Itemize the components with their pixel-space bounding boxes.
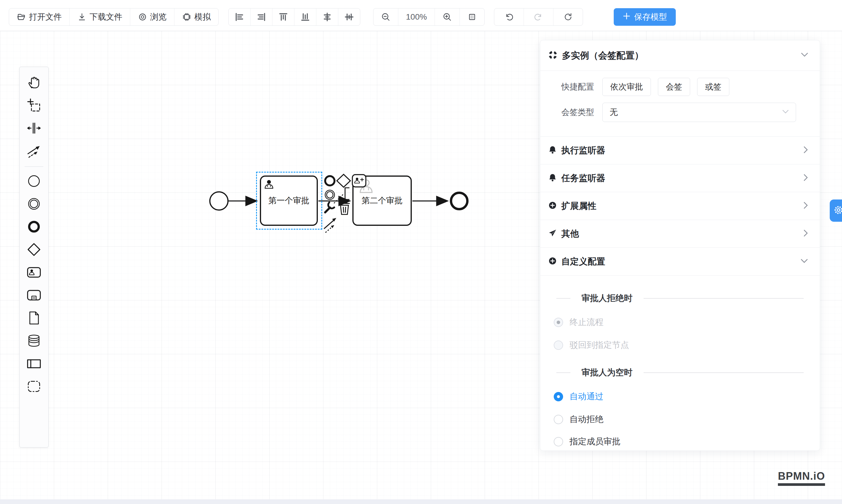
empty-group-title: 审批人为空时: [556, 367, 804, 379]
radio-auto-reject[interactable]: 自动拒绝: [554, 413, 820, 426]
redo-button[interactable]: [524, 8, 554, 25]
append-text-annotation-button[interactable]: [334, 188, 349, 203]
bpmn-modeler-app: 打开文件 下载文件 浏览 模拟: [0, 0, 842, 504]
plus-circle-icon: [548, 256, 557, 267]
create-participant[interactable]: [23, 353, 45, 376]
group-icon: [27, 379, 41, 395]
chevron-down-icon: [801, 258, 808, 265]
append-gateway-button[interactable]: [337, 174, 350, 187]
bpmn-io-logo[interactable]: BPMN.iO: [778, 470, 825, 486]
download-file-label: 下载文件: [90, 12, 122, 22]
create-end-event[interactable]: [23, 216, 45, 239]
start-event[interactable]: [210, 192, 228, 210]
chip-icon: [182, 12, 191, 22]
panel-title: 多实例（会签配置）: [562, 50, 797, 62]
end-event[interactable]: [451, 193, 468, 209]
zoom-out-button[interactable]: [373, 8, 398, 25]
section-custom-config[interactable]: 自定义配置: [540, 248, 820, 275]
quick-config-sequential-button[interactable]: 依次审批: [602, 78, 651, 96]
radio-designated-member[interactable]: 指定成员审批: [554, 435, 820, 448]
append-intermediate-event-button[interactable]: [325, 190, 334, 199]
append-user-task-button[interactable]: [352, 175, 366, 187]
align-left-icon: [234, 12, 244, 22]
section-execution-listener[interactable]: 执行监听器: [540, 137, 820, 164]
context-pad: [321, 172, 371, 233]
radio-return-to-node[interactable]: 驳回到指定节点: [554, 339, 820, 352]
save-model-button[interactable]: 保存模型: [614, 8, 676, 26]
space-tool-icon: [27, 121, 41, 137]
zoom-in-button[interactable]: [435, 8, 460, 25]
align-right-button[interactable]: [250, 8, 273, 25]
download-icon: [77, 12, 87, 22]
panel-toggle-tab[interactable]: [830, 199, 842, 222]
multi-instance-section-header[interactable]: 多实例（会签配置）: [540, 40, 820, 71]
data-object-icon: [27, 310, 41, 327]
eye-icon: [138, 12, 147, 22]
bottom-strip: [0, 499, 842, 504]
create-data-store[interactable]: [23, 330, 45, 353]
radio-terminate-process[interactable]: 终止流程: [554, 316, 820, 329]
quick-config-countersign-button[interactable]: 会签: [658, 78, 690, 96]
logo-underline: [778, 483, 825, 486]
fit-viewport-icon: [468, 12, 477, 22]
hand-tool[interactable]: [23, 72, 45, 94]
simulate-label: 模拟: [194, 12, 211, 22]
connect-tool-button[interactable]: [324, 218, 336, 233]
reject-group-title: 审批人拒绝时: [556, 292, 804, 304]
connect-icon: [27, 143, 41, 160]
quick-config-orsign-button[interactable]: 或签: [697, 78, 729, 96]
zoom-toolbar-group: 100%: [373, 8, 485, 26]
quick-config-row: 快捷配置 依次审批 会签 或签: [540, 78, 820, 96]
sign-type-select[interactable]: 无: [602, 103, 796, 122]
create-gateway[interactable]: [23, 239, 45, 262]
create-intermediate-event[interactable]: [23, 193, 45, 216]
simulate-button[interactable]: 模拟: [174, 8, 218, 25]
preview-label: 浏览: [150, 12, 166, 22]
quick-config-label: 快捷配置: [540, 81, 602, 92]
lasso-tool[interactable]: [23, 94, 45, 117]
panel-sections: 执行监听器 任务监听器 扩展属性: [540, 136, 820, 275]
history-toolbar-group: [494, 8, 583, 26]
align-center-vertical-icon: [344, 12, 354, 22]
sign-type-label: 会签类型: [540, 107, 602, 118]
chevron-right-icon: [803, 146, 808, 155]
undo-button[interactable]: [494, 8, 524, 25]
section-task-listener[interactable]: 任务监听器: [540, 164, 820, 192]
global-connect-tool[interactable]: [23, 140, 45, 163]
create-data-object[interactable]: [23, 307, 45, 330]
hand-icon: [27, 75, 41, 91]
open-file-button[interactable]: 打开文件: [9, 8, 70, 25]
align-bottom-button[interactable]: [294, 8, 316, 25]
preview-button[interactable]: 浏览: [130, 8, 174, 25]
delete-trash-button[interactable]: [339, 202, 350, 215]
align-top-button[interactable]: [273, 8, 294, 25]
bpmn-palette: [19, 67, 49, 448]
align-right-icon: [257, 12, 266, 22]
align-center-vertical-button[interactable]: [338, 8, 360, 25]
zoom-level-display[interactable]: 100%: [398, 8, 435, 25]
intermediate-event-icon: [27, 196, 41, 213]
align-left-button[interactable]: [229, 8, 250, 25]
create-user-task[interactable]: [23, 262, 45, 284]
fit-viewport-button[interactable]: [460, 8, 484, 25]
download-file-button[interactable]: 下载文件: [70, 8, 130, 25]
radio-icon: [554, 415, 563, 424]
refresh-button[interactable]: [554, 8, 583, 25]
sign-type-value: 无: [610, 107, 782, 118]
radio-icon: [554, 437, 563, 446]
end-event-icon: [27, 219, 41, 235]
section-others[interactable]: 其他: [540, 220, 820, 248]
create-start-event[interactable]: [23, 170, 45, 193]
change-type-wrench-button[interactable]: [325, 202, 334, 212]
align-center-horizontal-button[interactable]: [316, 8, 338, 25]
create-subprocess[interactable]: [23, 284, 45, 307]
section-extended-properties[interactable]: 扩展属性: [540, 192, 820, 220]
plus-circle-icon: [548, 201, 557, 211]
send-icon: [548, 229, 557, 239]
space-tool[interactable]: [23, 117, 45, 140]
radio-auto-pass[interactable]: 自动通过: [554, 390, 820, 403]
append-end-event-button[interactable]: [325, 176, 334, 185]
gateway-icon: [27, 242, 41, 258]
create-group[interactable]: [23, 376, 45, 398]
align-bottom-icon: [300, 12, 310, 22]
